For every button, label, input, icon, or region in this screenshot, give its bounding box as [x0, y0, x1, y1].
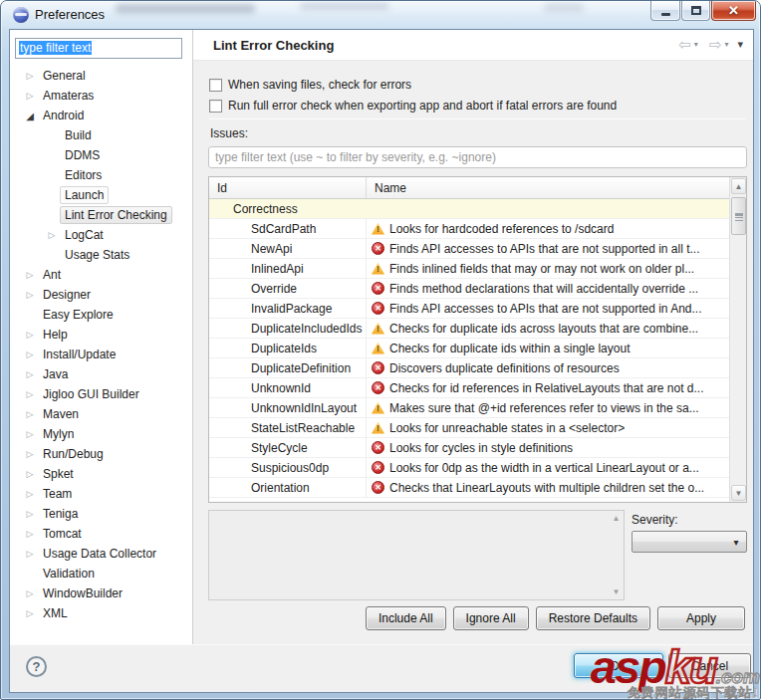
tree-item-usage-stats[interactable]: Usage Stats: [10, 245, 192, 265]
tree-item-mylyn[interactable]: ▷Mylyn: [10, 424, 192, 444]
tree-expanded-icon[interactable]: ◢: [22, 111, 38, 121]
issue-row[interactable]: UnknownId✕Checks for id references in Re…: [209, 378, 729, 398]
issue-row[interactable]: StateListReachable!Looks for unreachable…: [209, 418, 729, 438]
scroll-down-icon[interactable]: ▼: [609, 587, 624, 596]
tree-collapsed-icon[interactable]: ▷: [22, 91, 38, 101]
id-cell: DuplicateIncludedIds: [209, 319, 367, 338]
column-header-name[interactable]: Name: [367, 177, 729, 198]
table-scrollbar[interactable]: ▲ ▼: [729, 177, 746, 502]
tree-collapsed-icon[interactable]: ▷: [22, 489, 38, 499]
ok-button[interactable]: OK: [574, 653, 663, 678]
issue-row[interactable]: Override✕Finds method declarations that …: [209, 279, 729, 299]
tree-item-designer[interactable]: ▷Designer: [10, 285, 192, 305]
tree-item-maven[interactable]: ▷Maven: [10, 404, 192, 424]
issue-row[interactable]: StyleCycle✕Looks for cycles in style def…: [209, 438, 729, 458]
issue-row[interactable]: NewApi✕Finds API accesses to APIs that a…: [209, 239, 729, 259]
scrollbar-thumb[interactable]: [731, 197, 746, 235]
tree-item-editors[interactable]: Editors: [10, 165, 192, 185]
tree-item-xml[interactable]: ▷XML: [10, 603, 192, 623]
tree-item-validation[interactable]: Validation: [10, 564, 192, 583]
tree-item-tomcat[interactable]: ▷Tomcat: [10, 524, 192, 544]
scroll-down-icon[interactable]: ▼: [731, 485, 746, 501]
close-button[interactable]: ✕: [711, 1, 756, 21]
column-header-id[interactable]: Id: [209, 177, 367, 198]
checkbox-unchecked-icon[interactable]: [209, 79, 222, 92]
tree-collapsed-icon[interactable]: ▷: [22, 429, 38, 439]
id-cell: InvalidPackage: [209, 299, 367, 318]
issue-row[interactable]: DuplicateIncludedIds!Checks for duplicat…: [209, 319, 729, 339]
issue-category-row[interactable]: Correctness: [209, 199, 729, 219]
warning-icon: !: [372, 422, 384, 434]
severity-select[interactable]: ▾: [632, 531, 747, 553]
scroll-up-icon[interactable]: ▲: [731, 178, 746, 194]
issue-row[interactable]: Orientation✕Checks that LinearLayouts wi…: [209, 478, 729, 498]
issue-row[interactable]: InvalidPackage✕Finds API accesses to API…: [209, 299, 729, 319]
back-dropdown-icon[interactable]: ▾: [694, 40, 698, 49]
tree-item-java[interactable]: ▷Java: [10, 364, 192, 384]
tree-collapsed-icon[interactable]: ▷: [22, 529, 38, 539]
tree-collapsed-icon[interactable]: ▷: [22, 409, 38, 419]
tree-item-spket[interactable]: ▷Spket: [10, 464, 192, 484]
tree-item-launch[interactable]: Launch: [10, 185, 192, 205]
tree-item-build[interactable]: Build: [10, 125, 192, 145]
tree-collapsed-icon[interactable]: ▷: [22, 350, 38, 359]
ignore-all-button[interactable]: Ignore All: [453, 606, 529, 630]
restore-defaults-button[interactable]: Restore Defaults: [536, 606, 650, 630]
tree-item-teniga[interactable]: ▷Teniga: [10, 504, 192, 524]
checkbox-row-save-check[interactable]: When saving files, check for errors: [209, 78, 411, 92]
tree-item-android[interactable]: ◢Android: [10, 106, 192, 125]
tree-collapsed-icon[interactable]: ▷: [22, 449, 38, 459]
tree-item-ddms[interactable]: DDMS: [10, 145, 192, 165]
tree-collapsed-icon[interactable]: ▷: [22, 330, 38, 340]
issue-row[interactable]: UnknownIdInLayout!Makes sure that @+id r…: [209, 398, 729, 418]
cancel-button[interactable]: Cancel: [668, 653, 751, 678]
issue-row[interactable]: DuplicateDefinition✕Discovers duplicate …: [209, 358, 729, 378]
tree-item-help[interactable]: ▷Help: [10, 325, 192, 345]
tree-item-logcat[interactable]: ▷LogCat: [10, 225, 192, 245]
tree-collapsed-icon[interactable]: ▷: [44, 230, 60, 240]
forward-dropdown-icon[interactable]: ▾: [724, 40, 728, 49]
tree-item-usage-data-collector[interactable]: ▷Usage Data Collector: [10, 544, 192, 564]
tree-collapsed-icon[interactable]: ▷: [22, 290, 38, 300]
tree-collapsed-icon[interactable]: ▷: [22, 71, 38, 81]
tree-item-windowbuilder[interactable]: ▷WindowBuilder: [10, 583, 192, 603]
issue-row[interactable]: InlinedApi!Finds inlined fields that may…: [209, 259, 729, 279]
description-scrollbar[interactable]: ▲ ▼: [609, 511, 624, 599]
tree-collapsed-icon[interactable]: ▷: [22, 469, 38, 479]
tree-collapsed-icon[interactable]: ▷: [22, 509, 38, 519]
issue-row[interactable]: Suspicious0dp✕Looks for 0dp as the width…: [209, 458, 729, 478]
tree-item-run-debug[interactable]: ▷Run/Debug: [10, 444, 192, 464]
include-all-button[interactable]: Include All: [366, 606, 446, 630]
tree-collapsed-icon[interactable]: ▷: [22, 588, 38, 598]
tree-collapsed-icon[interactable]: ▷: [22, 369, 38, 379]
issues-filter-input[interactable]: [208, 146, 747, 168]
tree-collapsed-icon[interactable]: ▷: [22, 549, 38, 559]
scroll-up-icon[interactable]: ▲: [609, 514, 624, 523]
checkbox-row-export-check[interactable]: Run full error check when exporting app …: [209, 99, 617, 113]
view-menu-icon[interactable]: ▾: [737, 38, 743, 51]
help-button[interactable]: ?: [26, 656, 47, 677]
issue-name-text: Looks for cycles in style definitions: [389, 441, 573, 455]
tree-item-ant[interactable]: ▷Ant: [10, 265, 192, 285]
forward-icon[interactable]: ⇨: [709, 37, 722, 52]
issue-row[interactable]: DuplicateIds!Checks for duplicate ids wi…: [209, 339, 729, 358]
back-icon[interactable]: ⇦: [678, 37, 691, 52]
issue-row[interactable]: SdCardPath!Looks for hardcoded reference…: [209, 219, 729, 239]
minimize-button[interactable]: [650, 1, 680, 21]
apply-button[interactable]: Apply: [657, 606, 745, 630]
tree-item-easy-explore[interactable]: Easy Explore: [10, 305, 192, 325]
tree-item-general[interactable]: ▷General: [10, 66, 192, 86]
tree-collapsed-icon[interactable]: ▷: [22, 270, 38, 280]
tree-collapsed-icon[interactable]: ▷: [22, 389, 38, 399]
checkbox-unchecked-icon[interactable]: [209, 100, 222, 113]
tree-item-install-update[interactable]: ▷Install/Update: [10, 345, 192, 364]
maximize-button[interactable]: [681, 1, 710, 21]
tree-item-lint-error-checking[interactable]: Lint Error Checking: [10, 205, 192, 225]
tree-item-jigloo-gui-builder[interactable]: ▷Jigloo GUI Builder: [10, 384, 192, 404]
tree-filter-input[interactable]: type filter text: [15, 38, 182, 59]
tree-collapsed-icon[interactable]: ▷: [22, 608, 38, 618]
tree-item-team[interactable]: ▷Team: [10, 484, 192, 504]
titlebar[interactable]: Preferences ✕: [1, 1, 760, 29]
table-header[interactable]: Id Name: [209, 177, 729, 199]
tree-item-amateras[interactable]: ▷Amateras: [10, 86, 192, 106]
